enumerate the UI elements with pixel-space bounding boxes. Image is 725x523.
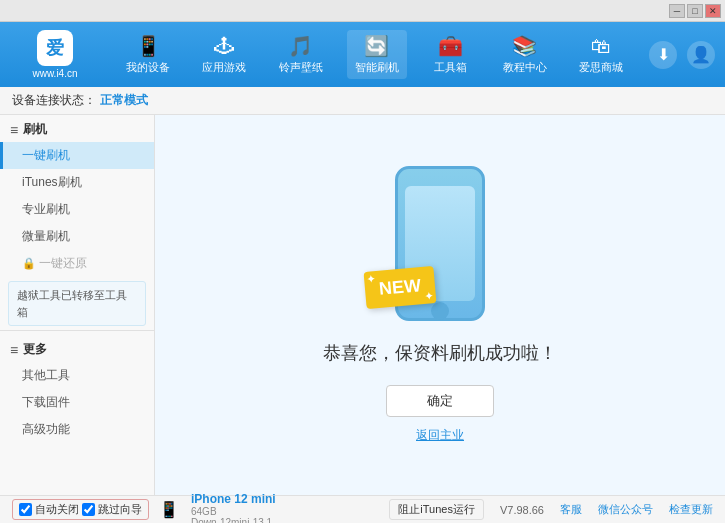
- more-section-label: 更多: [23, 341, 47, 358]
- sidebar-notice: 越狱工具已转移至工具箱: [8, 281, 146, 326]
- nav-label-app-games: 应用游戏: [202, 60, 246, 75]
- content-area: ✦ ✦ ✦ NEW 恭喜您，保资料刷机成功啦！ 确定 返回主业: [155, 115, 725, 495]
- auto-dismiss-label: 自动关闭: [35, 502, 79, 517]
- checkbox-group: 自动关闭 跳过向导: [12, 499, 149, 520]
- device-info-group: 📱 iPhone 12 mini 64GB Down-12mini-13,1: [159, 492, 276, 524]
- nav-item-smart-flash[interactable]: 🔄 智能刷机: [347, 30, 407, 79]
- status-label: 设备连接状态：: [12, 92, 96, 109]
- sidebar-divider: [0, 330, 154, 331]
- logo-icon: 爱: [37, 30, 73, 66]
- device-info: iPhone 12 mini 64GB Down-12mini-13,1: [191, 492, 276, 524]
- nav-item-app-games[interactable]: 🕹 应用游戏: [194, 31, 254, 79]
- sidebar-item-other-tools[interactable]: 其他工具: [0, 362, 154, 389]
- sidebar-item-itunes-flash[interactable]: iTunes刷机: [0, 169, 154, 196]
- maximize-button[interactable]: □: [687, 4, 703, 18]
- other-tools-label: 其他工具: [22, 368, 70, 382]
- stop-itunes-button[interactable]: 阻止iTunes运行: [389, 499, 484, 520]
- device-name: iPhone 12 mini: [191, 492, 276, 506]
- device-storage: 64GB: [191, 506, 276, 517]
- skip-wizard-checkbox-item: 跳过向导: [82, 502, 142, 517]
- app-games-icon: 🕹: [214, 35, 234, 58]
- bottom-right: 阻止iTunes运行 V7.98.66 客服 微信公众号 检查更新: [389, 499, 713, 520]
- nav-label-smart-flash: 智能刷机: [355, 60, 399, 75]
- advanced-label: 高级功能: [22, 422, 70, 436]
- one-key-restore-label: 一键还原: [39, 255, 87, 272]
- sidebar-section-more: ≡ 更多: [0, 335, 154, 362]
- sidebar-item-pro-flash[interactable]: 专业刷机: [0, 196, 154, 223]
- skip-wizard-label: 跳过向导: [98, 502, 142, 517]
- lock-icon: 🔒: [22, 257, 36, 270]
- confirm-button[interactable]: 确定: [386, 385, 494, 417]
- nav-item-mall[interactable]: 🛍 爱思商城: [571, 31, 631, 79]
- one-key-flash-label: 一键刷机: [22, 148, 70, 162]
- nav-item-tutorial[interactable]: 📚 教程中心: [495, 30, 555, 79]
- header-right: ⬇ 👤: [649, 41, 715, 69]
- status-bar: 设备连接状态： 正常模式: [0, 87, 725, 115]
- nav-item-toolbox[interactable]: 🧰 工具箱: [423, 30, 478, 79]
- logo[interactable]: 爱 www.i4.cn: [10, 30, 100, 79]
- mall-icon: 🛍: [591, 35, 611, 58]
- nav-label-my-device: 我的设备: [126, 60, 170, 75]
- micro-flash-label: 微量刷机: [22, 229, 70, 243]
- main-layout: ≡ 刷机 一键刷机 iTunes刷机 专业刷机 微量刷机 🔒 一键还原 越狱工具…: [0, 115, 725, 495]
- tutorial-icon: 📚: [512, 34, 537, 58]
- smart-flash-icon: 🔄: [364, 34, 389, 58]
- skip-wizard-checkbox[interactable]: [82, 503, 95, 516]
- ringtones-icon: 🎵: [288, 34, 313, 58]
- itunes-flash-label: iTunes刷机: [22, 175, 82, 189]
- auto-dismiss-checkbox-item: 自动关闭: [19, 502, 79, 517]
- check-update-link[interactable]: 检查更新: [669, 502, 713, 517]
- close-button[interactable]: ✕: [705, 4, 721, 18]
- device-version: Down-12mini-13,1: [191, 517, 276, 524]
- nav-label-mall: 爱思商城: [579, 60, 623, 75]
- sidebar-item-download-firmware[interactable]: 下载固件: [0, 389, 154, 416]
- auto-dismiss-checkbox[interactable]: [19, 503, 32, 516]
- user-button[interactable]: 👤: [687, 41, 715, 69]
- flash-section-label: 刷机: [23, 121, 47, 138]
- download-button[interactable]: ⬇: [649, 41, 677, 69]
- status-value: 正常模式: [100, 92, 148, 109]
- customer-service-link[interactable]: 客服: [560, 502, 582, 517]
- toolbox-icon: 🧰: [438, 34, 463, 58]
- nav-label-tutorial: 教程中心: [503, 60, 547, 75]
- sidebar: ≡ 刷机 一键刷机 iTunes刷机 专业刷机 微量刷机 🔒 一键还原 越狱工具…: [0, 115, 155, 495]
- download-firmware-label: 下载固件: [22, 395, 70, 409]
- device-icon: 📱: [159, 500, 179, 519]
- version-label: V7.98.66: [500, 504, 544, 516]
- nav-bar: 📱 我的设备 🕹 应用游戏 🎵 铃声壁纸 🔄 智能刷机 🧰 工具箱 📚 教程中心…: [110, 30, 639, 79]
- sidebar-section-flash: ≡ 刷机: [0, 115, 154, 142]
- wechat-public-link[interactable]: 微信公众号: [598, 502, 653, 517]
- new-badge: NEW: [364, 266, 437, 309]
- pro-flash-label: 专业刷机: [22, 202, 70, 216]
- back-link[interactable]: 返回主业: [416, 427, 464, 444]
- sidebar-item-one-key-flash[interactable]: 一键刷机: [0, 142, 154, 169]
- nav-item-ringtones[interactable]: 🎵 铃声壁纸: [271, 30, 331, 79]
- more-section-icon: ≡: [10, 342, 18, 358]
- notice-text: 越狱工具已转移至工具箱: [17, 289, 127, 318]
- bottom-bar: 自动关闭 跳过向导 📱 iPhone 12 mini 64GB Down-12m…: [0, 495, 725, 523]
- nav-item-my-device[interactable]: 📱 我的设备: [118, 30, 178, 79]
- logo-domain: www.i4.cn: [32, 68, 77, 79]
- sidebar-item-one-key-restore: 🔒 一键还原: [0, 250, 154, 277]
- nav-label-toolbox: 工具箱: [434, 60, 467, 75]
- minimize-button[interactable]: ─: [669, 4, 685, 18]
- phone-home-button: [431, 302, 449, 320]
- success-title: 恭喜您，保资料刷机成功啦！: [323, 341, 557, 365]
- sidebar-item-micro-flash[interactable]: 微量刷机: [0, 223, 154, 250]
- sidebar-item-advanced[interactable]: 高级功能: [0, 416, 154, 443]
- window-controls: ─ □ ✕: [669, 4, 721, 18]
- flash-section-icon: ≡: [10, 122, 18, 138]
- bottom-left: 自动关闭 跳过向导 📱 iPhone 12 mini 64GB Down-12m…: [12, 492, 276, 524]
- nav-label-ringtones: 铃声壁纸: [279, 60, 323, 75]
- phone-graphic: ✦ ✦ ✦ NEW: [395, 166, 485, 321]
- my-device-icon: 📱: [136, 34, 161, 58]
- header: 爱 www.i4.cn 📱 我的设备 🕹 应用游戏 🎵 铃声壁纸 🔄 智能刷机 …: [0, 22, 725, 87]
- title-bar: ─ □ ✕: [0, 0, 725, 22]
